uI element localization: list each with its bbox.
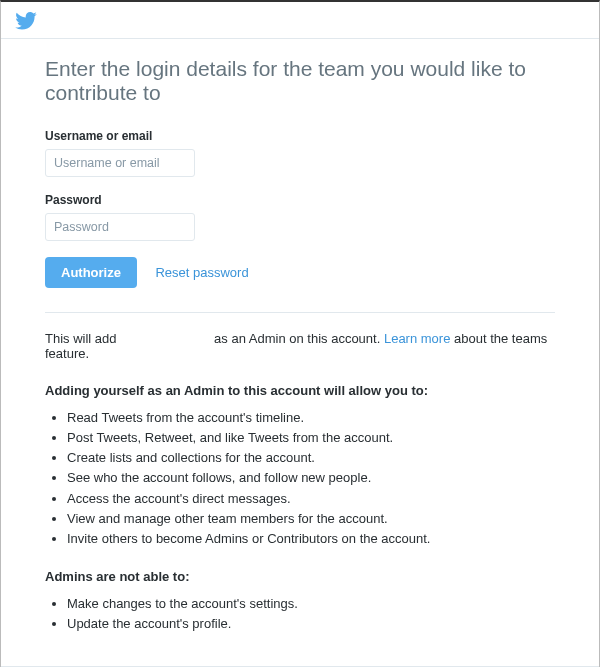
divider bbox=[45, 312, 555, 313]
list-item: Post Tweets, Retweet, and like Tweets fr… bbox=[67, 428, 555, 448]
deny-title: Admins are not able to: bbox=[45, 569, 555, 584]
main-content: Enter the login details for the team you… bbox=[1, 39, 599, 666]
list-item: See who the account follows, and follow … bbox=[67, 468, 555, 488]
list-item: Update the account's profile. bbox=[67, 614, 555, 634]
page-title: Enter the login details for the team you… bbox=[45, 57, 555, 105]
list-item: Invite others to become Admins or Contri… bbox=[67, 529, 555, 549]
list-item: Make changes to the account's settings. bbox=[67, 594, 555, 614]
reset-password-link[interactable]: Reset password bbox=[155, 265, 248, 280]
list-item: View and manage other team members for t… bbox=[67, 509, 555, 529]
allow-list: Read Tweets from the account's timeline.… bbox=[45, 408, 555, 549]
username-input[interactable] bbox=[45, 149, 195, 177]
list-item: Create lists and collections for the acc… bbox=[67, 448, 555, 468]
password-label: Password bbox=[45, 193, 555, 207]
info-line: This will add as an Admin on this accoun… bbox=[45, 331, 555, 361]
username-label: Username or email bbox=[45, 129, 555, 143]
list-item: Access the account's direct messages. bbox=[67, 489, 555, 509]
topbar bbox=[1, 2, 599, 39]
list-item: Read Tweets from the account's timeline. bbox=[67, 408, 555, 428]
allow-title: Adding yourself as an Admin to this acco… bbox=[45, 383, 555, 398]
authorize-button[interactable]: Authorize bbox=[45, 257, 137, 288]
info-prefix: This will add bbox=[45, 331, 117, 346]
learn-more-link[interactable]: Learn more bbox=[384, 331, 450, 346]
form-actions: Authorize Reset password bbox=[45, 257, 555, 288]
deny-list: Make changes to the account's settings.U… bbox=[45, 594, 555, 634]
twitter-bird-icon bbox=[15, 12, 585, 30]
info-suffix: as an Admin on this account. bbox=[214, 331, 380, 346]
password-input[interactable] bbox=[45, 213, 195, 241]
